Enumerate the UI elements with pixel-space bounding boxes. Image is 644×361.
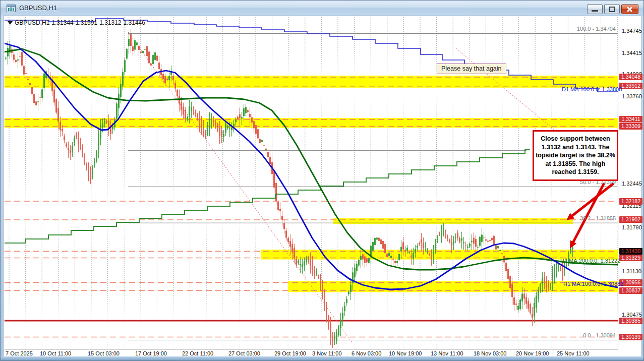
analysis-note-box[interactable]: Close support between 1.3132 and 1.3143.…	[533, 130, 618, 181]
price-axis-label: 1.33760	[622, 93, 642, 99]
annotation-arrow	[573, 184, 604, 242]
stepped-ma-green	[5, 150, 530, 243]
minimize-icon	[592, 10, 598, 12]
fib-level-label: 0.0 - 1.30094	[583, 332, 616, 338]
price-level-badge: 1.30139	[619, 334, 642, 340]
price-level-badge: 1.33912	[619, 83, 642, 89]
window-bottom-border	[1, 356, 643, 360]
price-axis-label: 1.32445	[622, 180, 642, 187]
window-controls	[587, 4, 638, 14]
price-level-badge: 1.31329	[619, 255, 642, 261]
price-level-badge: 1.30385	[619, 318, 642, 324]
date-axis-label: 25 Nov 11:00	[557, 350, 590, 356]
title-bar[interactable]: GBPUSD,H1	[1, 1, 643, 16]
date-axis-label: 29 Oct 19:00	[274, 350, 306, 356]
maximize-button[interactable]	[604, 4, 620, 14]
note-line: reached 1.3159.	[535, 168, 616, 176]
maximize-icon	[609, 7, 615, 12]
minimize-button[interactable]	[587, 4, 603, 14]
quote-close: 1.31446	[124, 19, 145, 26]
price-level-badge: 1.34048	[619, 74, 642, 80]
price-level-badge: 1.30837	[619, 287, 642, 294]
quote-high: 1.31591	[76, 19, 97, 26]
application-window: GBPUSD,H1 GBPUSD,H11.313441.315911.31312…	[0, 0, 644, 361]
price-axis-label: 1.30475	[622, 312, 642, 318]
chart-window-icon	[7, 5, 16, 12]
date-axis-label: 3 Nov 11:00	[312, 350, 342, 356]
note-line: topside target is the 38.2%	[535, 151, 616, 160]
price-level-badge: 1.33411	[619, 116, 642, 123]
quote-open: 1.31344	[51, 19, 73, 26]
close-button[interactable]	[621, 4, 638, 14]
price-level-badge: 1.33309	[619, 123, 642, 130]
price-axis-label: 1.34415	[622, 50, 642, 56]
date-axis-label: 10 Oct 11:00	[40, 350, 71, 356]
chart-canvas	[5, 17, 618, 349]
date-axis-label: 15 Oct 03:00	[88, 350, 120, 356]
date-axis-label: 22 Oct 11:00	[182, 350, 213, 356]
price-level-badge: 1.31430	[619, 248, 642, 255]
chart-plot[interactable]: GBPUSD,H11.313441.315911.313121.31446 Pl…	[5, 17, 618, 349]
date-axis-label: 18 Nov 03:00	[474, 350, 506, 356]
note-line: at 1.31855. The high	[535, 160, 616, 168]
date-axis-label: 27 Oct 03:00	[228, 350, 260, 356]
price-level-badge: 1.32182	[619, 198, 642, 205]
price-axis[interactable]: 1.347451.344151.340901.337601.324451.321…	[619, 17, 641, 349]
ma-value-label: D1 MA:100:0:0: 1.33808	[562, 86, 622, 92]
symbol-dropdown-icon[interactable]	[8, 21, 13, 25]
ma-value-label: H1 MA:100:0:0: 1.30883	[563, 281, 623, 287]
note-line: Close support between	[535, 135, 616, 143]
date-axis-label: 13 Nov 11:00	[431, 350, 463, 356]
ma-value-label: H1 MA:200:0:0: 1.31222	[560, 258, 620, 264]
fib-level-label: 38.2 - 1.31855	[580, 215, 616, 221]
date-axis-label: 20 Nov 19:00	[516, 350, 549, 356]
fib-level-label: 100.0 - 1.34704	[577, 26, 616, 32]
quote-symbol: GBPUSD,H1	[15, 19, 49, 26]
price-level-badge: 1.31902	[619, 216, 642, 223]
date-axis-label: 6 Nov 03:00	[352, 350, 381, 356]
window-title: GBPUSD,H1	[19, 4, 57, 12]
metatrader-chart-window: { "window": { "title": "GBPUSD,H1" }, "q…	[0, 0, 644, 361]
date-axis-label: 7 Oct 2025	[6, 350, 33, 356]
price-axis-label: 1.34745	[622, 28, 642, 34]
chart-client-area: GBPUSD,H11.313441.315911.313121.31446 Pl…	[3, 16, 642, 357]
annotation-arrow	[572, 184, 613, 216]
price-axis-label: 1.31130	[622, 268, 641, 274]
quote-bar: GBPUSD,H11.313441.315911.313121.31446	[8, 19, 147, 26]
quote-low: 1.31312	[99, 19, 121, 26]
note-line: 1.3132 and 1.3143. The	[535, 143, 616, 152]
chart-text-label[interactable]: Please say that again	[437, 64, 506, 74]
date-axis-label: 17 Oct 19:00	[135, 350, 167, 356]
date-axis-label: 10 Nov 19:00	[389, 350, 422, 356]
price-axis-label: 1.31790	[622, 224, 642, 230]
